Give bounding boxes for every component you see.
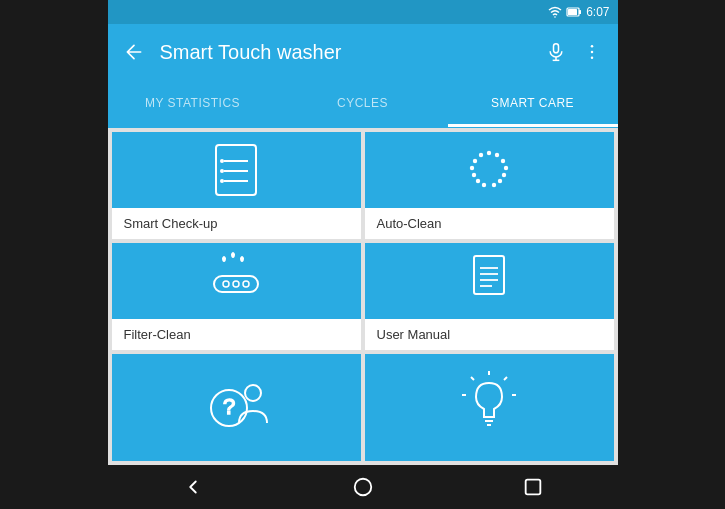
back-nav-button[interactable] xyxy=(182,476,204,498)
svg-point-12 xyxy=(220,159,224,163)
back-arrow-icon xyxy=(124,42,144,62)
microphone-icon xyxy=(546,42,566,62)
help-icon: ? xyxy=(191,363,281,453)
filter-clean-label: Filter-Clean xyxy=(112,319,361,350)
svg-point-17 xyxy=(487,151,491,155)
smart-checkup-label: Smart Check-up xyxy=(112,208,361,239)
lightbulb-icon xyxy=(444,363,534,453)
svg-rect-3 xyxy=(568,9,577,15)
svg-point-27 xyxy=(498,179,502,183)
auto-clean-item[interactable]: Auto-Clean xyxy=(365,132,614,239)
home-circle-icon xyxy=(352,476,374,498)
svg-point-50 xyxy=(354,479,371,496)
microphone-button[interactable] xyxy=(542,38,570,66)
time-display: 6:07 xyxy=(586,5,609,19)
status-bar: 6:07 xyxy=(108,0,618,24)
svg-line-46 xyxy=(504,377,507,380)
back-button[interactable] xyxy=(120,38,148,66)
more-button[interactable] xyxy=(578,38,606,66)
svg-point-31 xyxy=(223,281,229,287)
svg-point-24 xyxy=(472,173,476,177)
page-title: Smart Touch washer xyxy=(160,41,542,64)
svg-point-29 xyxy=(492,183,496,187)
svg-rect-34 xyxy=(474,256,504,294)
svg-point-8 xyxy=(590,51,593,54)
svg-rect-4 xyxy=(553,44,558,53)
back-triangle-icon xyxy=(182,476,204,498)
auto-clean-icon-container xyxy=(365,132,614,208)
user-manual-icon xyxy=(454,246,524,316)
battery-icon xyxy=(566,6,582,18)
top-bar-actions xyxy=(542,38,606,66)
status-bar-icons: 6:07 xyxy=(548,5,609,19)
filter-clean-icon xyxy=(196,246,276,316)
recent-nav-button[interactable] xyxy=(522,476,544,498)
svg-point-20 xyxy=(473,159,477,163)
user-manual-label: User Manual xyxy=(365,319,614,350)
smart-care-grid: Smart Check-up xyxy=(108,128,618,465)
svg-rect-51 xyxy=(525,480,540,495)
svg-point-14 xyxy=(220,169,224,173)
filter-clean-icon-container xyxy=(112,243,361,319)
svg-point-28 xyxy=(482,183,486,187)
tips-icon-container xyxy=(365,354,614,461)
svg-point-22 xyxy=(470,166,474,170)
user-manual-icon-container xyxy=(365,243,614,319)
auto-clean-label: Auto-Clean xyxy=(365,208,614,239)
tips-item[interactable] xyxy=(365,354,614,461)
svg-point-33 xyxy=(243,281,249,287)
home-nav-button[interactable] xyxy=(352,476,374,498)
svg-point-25 xyxy=(502,173,506,177)
bottom-nav xyxy=(108,465,618,509)
tab-smart-care[interactable]: SMART CARE xyxy=(448,82,618,124)
svg-line-48 xyxy=(471,377,474,380)
more-vertical-icon xyxy=(582,42,602,62)
help-icon-container: ? xyxy=(112,354,361,461)
tabs-bar: MY STATISTICS CYCLES SMART CARE xyxy=(108,80,618,128)
wifi-icon xyxy=(548,6,562,18)
svg-point-0 xyxy=(554,16,556,18)
filter-clean-item[interactable]: Filter-Clean xyxy=(112,243,361,350)
svg-point-16 xyxy=(220,179,224,183)
svg-point-7 xyxy=(590,45,593,48)
auto-clean-icon xyxy=(454,135,524,205)
user-manual-item[interactable]: User Manual xyxy=(365,243,614,350)
svg-point-26 xyxy=(476,179,480,183)
tab-cycles[interactable]: CYCLES xyxy=(278,82,448,124)
phone-frame: 6:07 Smart Touch washer xyxy=(108,0,618,509)
checkup-icon xyxy=(201,135,271,205)
smart-checkup-icon-container xyxy=(112,132,361,208)
svg-point-32 xyxy=(233,281,239,287)
svg-rect-2 xyxy=(579,10,581,14)
svg-point-21 xyxy=(501,159,505,163)
tab-my-statistics[interactable]: MY STATISTICS xyxy=(108,82,278,124)
help-item[interactable]: ? xyxy=(112,354,361,461)
svg-point-18 xyxy=(479,153,483,157)
svg-point-19 xyxy=(495,153,499,157)
svg-point-23 xyxy=(504,166,508,170)
top-bar: Smart Touch washer xyxy=(108,24,618,80)
smart-checkup-item[interactable]: Smart Check-up xyxy=(112,132,361,239)
svg-point-9 xyxy=(590,57,593,60)
svg-point-41 xyxy=(245,385,261,401)
svg-text:?: ? xyxy=(223,394,235,419)
recent-square-icon xyxy=(522,476,544,498)
svg-rect-30 xyxy=(214,276,258,292)
